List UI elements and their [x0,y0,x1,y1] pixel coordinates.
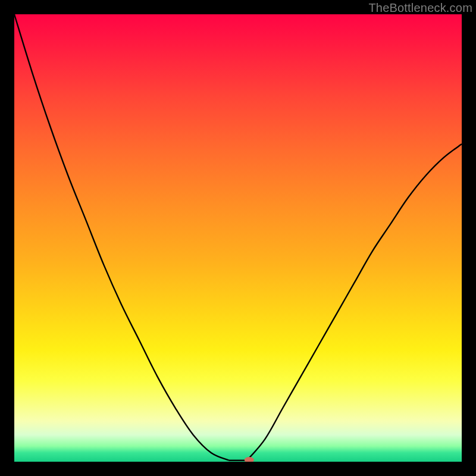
bottleneck-curve-right [247,144,462,461]
curve-layer [14,14,462,462]
plot-area [14,14,462,462]
optimal-point-marker [245,457,254,462]
attribution-label: TheBottleneck.com [368,1,472,15]
chart-container: TheBottleneck.com [0,0,476,476]
bottleneck-curve-left [14,14,229,461]
